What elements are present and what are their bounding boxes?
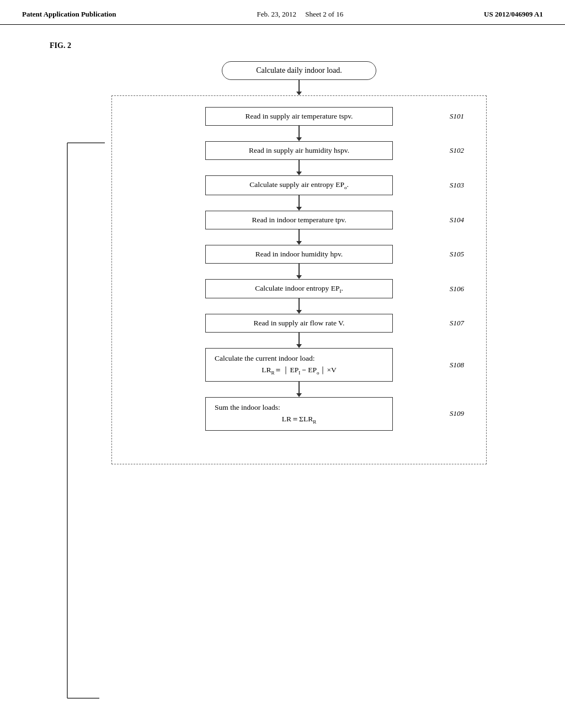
arrow-2: [205, 160, 393, 175]
header-date-sheet: Feb. 23, 2012 Sheet 2 of 16: [257, 10, 343, 19]
step-row-s105: Read in indoor humidity hpv. S105: [129, 245, 470, 264]
step-row-s104: Read in indoor temperature tpv. S104: [129, 211, 470, 229]
step-s109-box: Sum the indoor loads: LR＝ΣLRR: [205, 397, 393, 431]
step-s106-box: Calculate indoor entropy EPI.: [205, 279, 393, 299]
step-label-s108: S108: [450, 361, 464, 370]
step-row-s101: Read in supply air temperature tspv. S10…: [129, 107, 470, 126]
step-label-s101: S101: [450, 112, 464, 121]
step-row-s102: Read in supply air humidity hspv. S102: [129, 141, 470, 160]
step-row-s108: Calculate the current indoor load: LRR＝｜…: [129, 348, 470, 382]
arrow-6: [205, 298, 393, 314]
step-label-s105: S105: [450, 250, 464, 259]
figure-label: FIG. 2: [50, 41, 71, 50]
header-date: Feb. 23, 2012: [257, 10, 296, 18]
step-s107-box: Read in supply air flow rate V.: [205, 314, 393, 333]
flowchart: Calculate daily indoor load.: [33, 61, 532, 464]
step-s103-box: Calculate supply air entropy EPo.: [205, 175, 393, 195]
header-sheet: Sheet 2 of 16: [305, 10, 343, 18]
step-s101-box: Read in supply air temperature tspv.: [205, 107, 393, 126]
step-s108-box: Calculate the current indoor load: LRR＝｜…: [205, 348, 393, 382]
header-patent-number: US 2012/046909 A1: [484, 10, 543, 19]
step-label-s109: S109: [450, 409, 464, 418]
arrow-0: [205, 80, 393, 95]
step-label-s103: S103: [450, 181, 464, 190]
step-s105-box: Read in indoor humidity hpv.: [205, 245, 393, 264]
arrow-7: [205, 333, 393, 348]
step-label-s106: S106: [450, 285, 464, 293]
page-content: FIG. 2 Calculate daily indoor load.: [0, 25, 565, 481]
step-s102-box: Read in supply air humidity hspv.: [205, 141, 393, 160]
arrow-8: [205, 382, 393, 397]
arrow-5: [205, 264, 393, 279]
step-row-s103: Calculate supply air entropy EPo. S103: [129, 175, 470, 195]
step-label-s104: S104: [450, 216, 464, 224]
header-publication-label: Patent Application Publication: [22, 10, 116, 19]
step-label-s107: S107: [450, 319, 464, 328]
step-label-s102: S102: [450, 146, 464, 155]
step-s104-box: Read in indoor temperature tpv.: [205, 211, 393, 229]
loop-container: Read in supply air temperature tspv. S10…: [111, 95, 487, 464]
arrow-3: [205, 195, 393, 211]
step-row-s109: Sum the indoor loads: LR＝ΣLRR S109: [129, 397, 470, 431]
step-row-s107: Read in supply air flow rate V. S107: [129, 314, 470, 333]
start-node: Calculate daily indoor load.: [222, 61, 376, 80]
arrow-1: [205, 126, 393, 141]
feedback-arrow-svg: [33, 61, 105, 723]
arrow-4: [205, 229, 393, 245]
step-row-s106: Calculate indoor entropy EPI. S106: [129, 279, 470, 299]
page-header: Patent Application Publication Feb. 23, …: [0, 0, 565, 25]
